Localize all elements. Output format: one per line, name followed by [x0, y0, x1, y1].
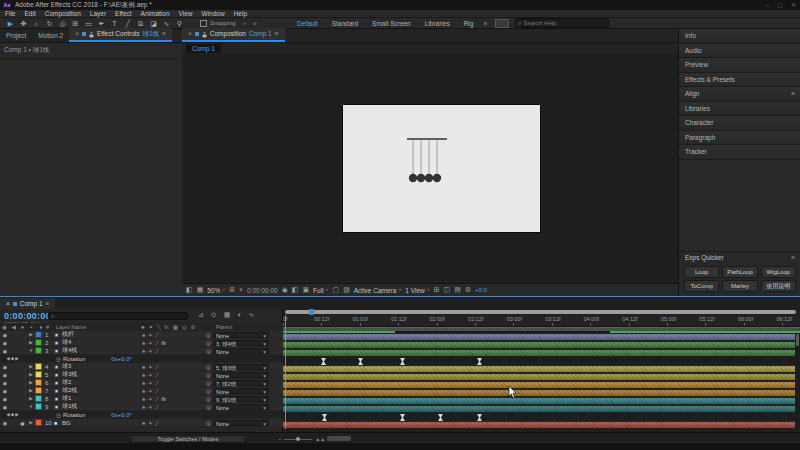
- twirl-arrow-icon[interactable]: ▶: [27, 332, 35, 337]
- twirl-arrow-icon[interactable]: ▼: [27, 348, 35, 353]
- property-value[interactable]: 0x+0.0°: [111, 356, 132, 362]
- workspace-overflow-button[interactable]: »: [483, 20, 487, 27]
- layer-duration-bar[interactable]: [283, 342, 800, 348]
- label-color-swatch[interactable]: [35, 331, 42, 338]
- eye-icon[interactable]: ◉: [0, 396, 10, 402]
- twirl-arrow-icon[interactable]: ▶: [27, 364, 35, 369]
- track-row[interactable]: [283, 341, 800, 349]
- horizontal-scrollbar-thumb[interactable]: [327, 436, 351, 441]
- lock-cell[interactable]: [18, 419, 27, 427]
- exps-button-wigloop[interactable]: WigLoop: [761, 266, 796, 278]
- help-search-box[interactable]: ⌕: [515, 18, 609, 28]
- layer-switches[interactable]: ♣✦╱: [142, 380, 204, 386]
- eye-icon[interactable]: ◉: [0, 388, 10, 394]
- pickwhip-icon[interactable]: ◎: [204, 404, 213, 410]
- workspace-small-screen[interactable]: Small Screen: [372, 20, 411, 27]
- label-color-swatch[interactable]: [35, 403, 42, 410]
- switch-icon[interactable]: ♣: [142, 332, 145, 338]
- switch-icon[interactable]: ✦: [148, 388, 152, 394]
- rotation-tool[interactable]: ↻: [43, 18, 56, 29]
- sidebar-panel-preview[interactable]: Preview: [679, 58, 800, 73]
- channels-icon[interactable]: ▣: [302, 286, 309, 294]
- exps-button-使用说明[interactable]: 使用说明: [761, 280, 796, 292]
- zoom-tool[interactable]: ⌕: [30, 18, 43, 29]
- graph-editor-icon[interactable]: ∿: [249, 311, 255, 319]
- layer-row[interactable]: ◉▼3★球4线♣✦╱◎None▾: [0, 347, 283, 355]
- close-icon[interactable]: ×: [6, 298, 10, 309]
- close-icon[interactable]: ✕: [791, 0, 796, 10]
- twirl-arrow-icon[interactable]: ▶: [27, 388, 35, 393]
- composition-canvas[interactable]: [343, 105, 540, 232]
- parent-dropdown[interactable]: 5. 球3线▾: [213, 364, 269, 370]
- roto-brush-tool[interactable]: ∿: [160, 18, 173, 29]
- frame-blend-icon[interactable]: ▦: [224, 311, 231, 319]
- panel-menu-icon[interactable]: ≡: [162, 28, 166, 40]
- tab-effect-controls[interactable]: × Effect Controls 球1线 ≡: [69, 28, 172, 42]
- workspace-grid-icon[interactable]: [495, 19, 509, 28]
- switch-icon[interactable]: ╱: [155, 420, 158, 426]
- track-row[interactable]: [283, 349, 800, 357]
- switch-icon[interactable]: ╱: [155, 404, 158, 410]
- timeline-tab-comp1[interactable]: × Comp 1 ≡: [0, 298, 55, 309]
- zoom-in-icon[interactable]: ▲▲: [315, 436, 325, 442]
- menu-animation[interactable]: Animation: [141, 10, 170, 18]
- brush-tool[interactable]: ╱: [121, 18, 134, 29]
- toggle-switches-modes-button[interactable]: Toggle Switches / Modes: [130, 435, 246, 443]
- scrollbar-thumb[interactable]: [796, 334, 799, 346]
- sidebar-panel-libraries[interactable]: Libraries: [679, 102, 800, 117]
- view-layout-dropdown[interactable]: 1 View˅: [405, 287, 429, 294]
- menu-help[interactable]: Help: [234, 10, 247, 18]
- property-name[interactable]: Rotation: [63, 412, 85, 418]
- switch-icon[interactable]: ╱: [155, 396, 158, 402]
- hand-tool[interactable]: ✥: [17, 18, 30, 29]
- menu-layer[interactable]: Layer: [90, 10, 106, 18]
- selection-tool[interactable]: ▶: [4, 18, 17, 29]
- keyframe-navigator[interactable]: ◀◆▶: [0, 356, 26, 361]
- switch-icon[interactable]: ♣: [142, 348, 145, 354]
- panel-menu-icon[interactable]: ≡: [46, 298, 50, 309]
- switch-icon[interactable]: ♣: [142, 340, 145, 346]
- maximize-icon[interactable]: ▢: [777, 0, 783, 10]
- property-track-row[interactable]: [283, 357, 800, 365]
- twirl-arrow-icon[interactable]: ▶: [27, 380, 35, 385]
- parent-dropdown[interactable]: 7. 球2线▾: [213, 380, 269, 386]
- menu-effect[interactable]: Effect: [115, 10, 132, 18]
- switch-icon[interactable]: ♣: [142, 404, 145, 410]
- lock-icon[interactable]: [21, 422, 25, 425]
- pickwhip-icon[interactable]: ◎: [204, 364, 213, 370]
- layer-duration-bar[interactable]: [283, 366, 800, 372]
- sidebar-panel-align[interactable]: Align≡: [679, 87, 800, 102]
- switch-icon[interactable]: ╱: [155, 364, 158, 370]
- type-tool[interactable]: T: [108, 18, 121, 29]
- parent-dropdown[interactable]: None▾: [213, 404, 269, 410]
- menu-composition[interactable]: Composition: [45, 10, 81, 18]
- layer-duration-bar[interactable]: [283, 406, 800, 412]
- workspace-standard[interactable]: Standard: [332, 20, 358, 27]
- snapping-checkbox[interactable]: [200, 20, 207, 27]
- motion-blur-icon[interactable]: ◐: [237, 311, 241, 319]
- eye-icon[interactable]: ◉: [0, 364, 10, 370]
- stopwatch-icon[interactable]: ◷: [54, 412, 63, 418]
- switch-icon[interactable]: ♣: [142, 420, 145, 426]
- track-row[interactable]: [283, 373, 800, 381]
- switch-icon[interactable]: ♣: [142, 380, 145, 386]
- eye-icon[interactable]: ◉: [0, 380, 10, 386]
- switch-icon[interactable]: ✦: [148, 420, 152, 426]
- minimize-icon[interactable]: –: [766, 0, 769, 10]
- flowchart-icon[interactable]: ⚙: [465, 286, 471, 294]
- track-row[interactable]: [283, 397, 800, 405]
- current-time-display[interactable]: 0:00:00:00: [4, 311, 51, 321]
- close-icon[interactable]: ×: [188, 28, 192, 40]
- eraser-tool[interactable]: ◪: [147, 18, 160, 29]
- composition-viewer[interactable]: [182, 53, 678, 283]
- stopwatch-icon[interactable]: ◷: [54, 356, 63, 362]
- pickwhip-icon[interactable]: ◎: [204, 420, 213, 426]
- layer-row[interactable]: ◉▼9★球1线♣✦╱◎None▾: [0, 403, 283, 411]
- layer-duration-bar[interactable]: [283, 382, 800, 388]
- sidebar-panel-paragraph[interactable]: Paragraph: [679, 131, 800, 146]
- zoom-slider[interactable]: [284, 439, 312, 440]
- timeline-button-icon[interactable]: ▤: [454, 286, 461, 294]
- pickwhip-icon[interactable]: ◎: [204, 388, 213, 394]
- twirl-arrow-icon[interactable]: ▶: [27, 396, 35, 401]
- parent-dropdown[interactable]: None▾: [213, 420, 269, 426]
